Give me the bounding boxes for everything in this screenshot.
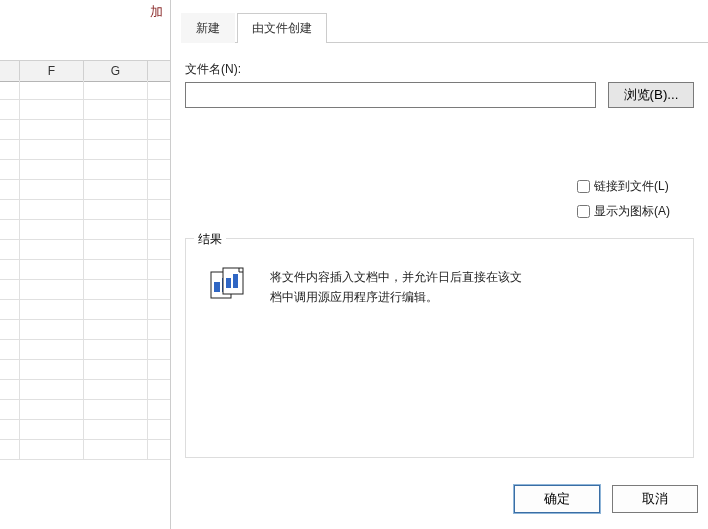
options-group: 链接到文件(L) 显示为图标(A) <box>577 178 694 220</box>
cancel-button[interactable]: 取消 <box>612 485 698 513</box>
link-to-file-option[interactable]: 链接到文件(L) <box>577 178 694 195</box>
tab-content: 文件名(N): 浏览(B)... 链接到文件(L) 显示为图标(A) 结果 <box>171 43 708 468</box>
display-as-icon-checkbox[interactable] <box>577 205 590 218</box>
column-header[interactable] <box>0 61 20 81</box>
link-to-file-checkbox[interactable] <box>577 180 590 193</box>
column-header-g[interactable]: G <box>84 61 148 81</box>
filename-label: 文件名(N): <box>185 61 694 78</box>
tab-create-from-file[interactable]: 由文件创建 <box>237 13 327 43</box>
spreadsheet-background: 加 F G <box>0 0 170 529</box>
column-headers: F G <box>0 60 170 82</box>
tab-new[interactable]: 新建 <box>181 13 235 43</box>
embed-document-icon <box>210 267 250 301</box>
browse-button[interactable]: 浏览(B)... <box>608 82 694 108</box>
dialog-buttons: 确定 取消 <box>514 485 698 513</box>
link-to-file-label: 链接到文件(L) <box>594 178 669 195</box>
result-description: 将文件内容插入文档中，并允许日后直接在该文档中调用源应用程序进行编辑。 <box>270 267 530 308</box>
svg-rect-1 <box>214 282 220 292</box>
insert-object-dialog: 新建 由文件创建 文件名(N): 浏览(B)... 链接到文件(L) 显示为图标… <box>170 0 708 529</box>
svg-rect-5 <box>233 274 238 288</box>
column-header-f[interactable]: F <box>20 61 84 81</box>
filename-input[interactable] <box>185 82 596 108</box>
result-fieldset: 结果 将文件内容插入文档中，并允许日后直接在该文档中调用源应用程序进行编辑。 <box>185 238 694 458</box>
result-legend: 结果 <box>194 231 226 248</box>
display-as-icon-option[interactable]: 显示为图标(A) <box>577 203 694 220</box>
dialog-tabs: 新建 由文件创建 <box>181 12 708 43</box>
ribbon-fragment: 加 <box>150 3 163 21</box>
display-as-icon-label: 显示为图标(A) <box>594 203 670 220</box>
ok-button[interactable]: 确定 <box>514 485 600 513</box>
svg-rect-4 <box>226 278 231 288</box>
spreadsheet-grid <box>0 80 170 460</box>
